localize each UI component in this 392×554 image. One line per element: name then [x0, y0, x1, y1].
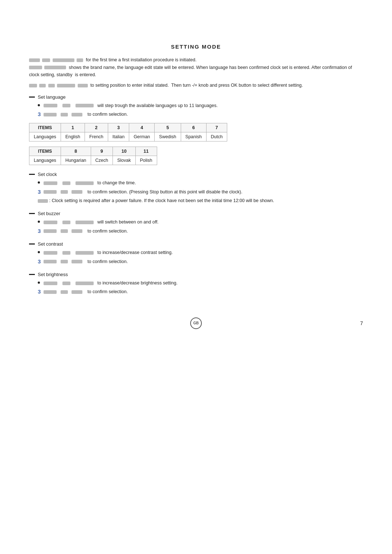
- table1-d5: Swedish: [155, 132, 181, 141]
- dot-marker-contrast: [38, 251, 40, 253]
- section-language: Set language will step trough the availa…: [29, 94, 363, 165]
- table2-h4: 11: [135, 147, 157, 156]
- intro-block: for the first time a first installation …: [29, 56, 363, 89]
- dot-marker: [38, 104, 40, 106]
- section-clock-header: Set clock: [29, 172, 363, 177]
- section-brightness: Set brightness to increase/decrease brig…: [29, 272, 363, 296]
- table2-d0: Languages: [29, 156, 61, 165]
- table1-d0: Languages: [29, 132, 61, 141]
- table2-data-row: Languages Hungarian Czech Slovak Polish: [29, 156, 157, 165]
- table1-d4: German: [129, 132, 155, 141]
- section-contrast-header: Set contrast: [29, 241, 363, 247]
- table2-h2: 9: [91, 147, 113, 156]
- dot-marker-clock: [38, 181, 40, 184]
- language-sub1-text: will step trough the available languages…: [44, 102, 218, 109]
- section-clock-label: Set clock: [38, 172, 57, 177]
- table1-d1: English: [61, 132, 85, 141]
- table1-header-row: ITEMS 1 2 3 4 5 6 7: [29, 123, 227, 132]
- contrast-sub2: 3 to confirm selection.: [38, 258, 363, 265]
- dash-icon-buzzer: [29, 213, 35, 214]
- section-buzzer-header: Set buzzer: [29, 211, 363, 216]
- section-language-header: Set language: [29, 94, 363, 100]
- dash-icon: [29, 97, 35, 98]
- dash-icon-contrast: [29, 243, 35, 245]
- num-marker-3: 3: [38, 111, 41, 118]
- clock-sub2: 3 to confirm selection. (Pressing Stop b…: [38, 189, 363, 196]
- table1-d3: Italian: [108, 132, 129, 141]
- contrast-sub2-text: to confirm selection.: [44, 258, 128, 265]
- table2-h3: 10: [113, 147, 136, 156]
- table1-h2: 2: [85, 123, 108, 132]
- table2-d2: Czech: [91, 156, 113, 165]
- num-marker-3-contrast: 3: [38, 258, 41, 265]
- section-buzzer: Set buzzer will switch between on and of…: [29, 211, 363, 235]
- table1-h4: 4: [129, 123, 155, 132]
- intro-para2: to setting position to enter initial sta…: [29, 82, 363, 89]
- section-contrast: Set contrast to increase/decrease contra…: [29, 241, 363, 265]
- dash-icon-brightness: [29, 274, 35, 275]
- language-sub2: 3 to confirm selection.: [38, 111, 363, 118]
- table2-d3: Slovak: [113, 156, 136, 165]
- num-marker-3-buzzer: 3: [38, 228, 41, 234]
- table1-h7: 7: [206, 123, 227, 132]
- table1-d2: French: [85, 132, 108, 141]
- section-contrast-label: Set contrast: [38, 241, 63, 247]
- table1-h5: 5: [155, 123, 181, 132]
- section-brightness-label: Set brightness: [38, 272, 68, 277]
- section-buzzer-label: Set buzzer: [38, 211, 60, 216]
- contrast-sub1: to increase/decrease contrast setting.: [38, 249, 363, 256]
- contrast-sub1-text: to increase/decrease contrast setting.: [44, 249, 173, 256]
- footer: GB 7: [29, 317, 363, 329]
- table1-data-row: Languages English French Italian German …: [29, 132, 227, 141]
- table1-d6: Spanish: [181, 132, 206, 141]
- clock-sub1: to change the time.: [38, 180, 363, 186]
- section-brightness-header: Set brightness: [29, 272, 363, 277]
- language-sub2-text: to confirm selection.: [44, 111, 128, 118]
- dash-icon-clock: [29, 174, 35, 175]
- table2-d1: Hungarian: [61, 156, 91, 165]
- brightness-sub1-text: to increase/decrease brightness setting.: [44, 280, 177, 287]
- clock-sub1-text: to change the time.: [44, 180, 136, 186]
- table1-h1: 1: [61, 123, 85, 132]
- num-marker-3-clock: 3: [38, 189, 41, 195]
- brightness-sub2: 3 to confirm selection.: [38, 288, 363, 295]
- table2-h1: 8: [61, 147, 91, 156]
- clock-note: : Clock setting is required after a powe…: [38, 197, 363, 204]
- section-clock: Set clock to change the time. 3: [29, 172, 363, 204]
- clock-note-text: : Clock setting is required after a powe…: [38, 197, 274, 204]
- clock-sub2-text: to confirm selection. (Pressing Stop but…: [44, 189, 242, 196]
- sections-container: Set language will step trough the availa…: [29, 94, 363, 296]
- page-number: 7: [360, 320, 363, 326]
- buzzer-sub1-text: will switch between on and off.: [44, 219, 159, 226]
- table2-h0: ITEMS: [29, 147, 61, 156]
- language-sub1: will step trough the available languages…: [38, 102, 363, 109]
- brightness-sub1: to increase/decrease brightness setting.: [38, 280, 363, 287]
- buzzer-sub2-text: to confirm selection.: [44, 228, 128, 235]
- table1-h0: ITEMS: [29, 123, 61, 132]
- language-table1: ITEMS 1 2 3 4 5 6 7 Languages English Fr…: [29, 123, 363, 141]
- dot-marker-buzzer: [38, 221, 40, 223]
- intro-para1: for the first time a first installation …: [29, 56, 363, 79]
- table1-d7: Dutch: [206, 132, 227, 141]
- table2-d4: Polish: [135, 156, 157, 165]
- buzzer-sub1: will switch between on and off.: [38, 219, 363, 226]
- table1-h3: 3: [108, 123, 129, 132]
- num-marker-3-brightness: 3: [38, 288, 41, 295]
- footer-badge: GB: [190, 317, 202, 329]
- table2-header-row: ITEMS 8 9 10 11: [29, 147, 157, 156]
- language-table2: ITEMS 8 9 10 11 Languages Hungarian Czec…: [29, 147, 363, 165]
- section-language-label: Set language: [38, 94, 66, 100]
- table1-h6: 6: [181, 123, 206, 132]
- page-title: SETTING MODE: [29, 44, 363, 50]
- brightness-sub2-text: to confirm selection.: [44, 288, 128, 295]
- dot-marker-brightness: [38, 282, 40, 284]
- buzzer-sub2: 3 to confirm selection.: [38, 228, 363, 235]
